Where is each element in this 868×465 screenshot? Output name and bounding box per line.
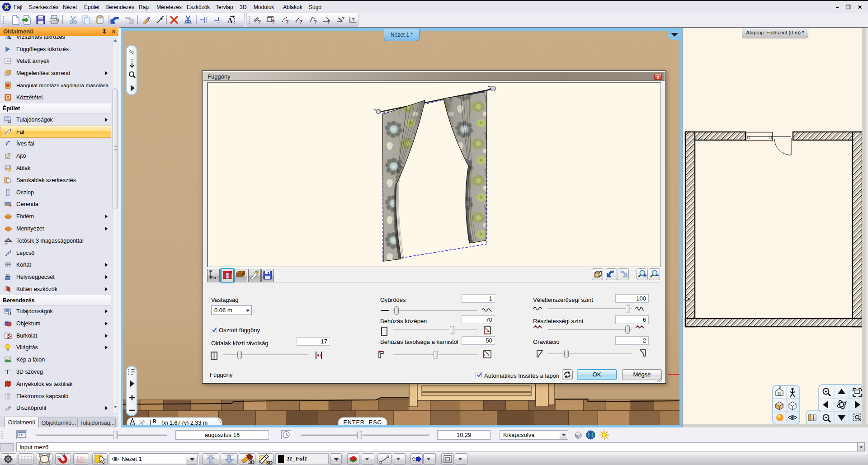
svg-text:3P: 3P — [5, 242, 8, 245]
svg-text:?: ? — [258, 19, 261, 24]
svg-text:T: T — [5, 369, 10, 376]
svg-text:(x) 1.67 (y) 2.33 m: (x) 1.67 (y) 2.33 m — [161, 420, 208, 425]
svg-text:?: ? — [272, 19, 275, 24]
svg-text:?: ? — [314, 19, 317, 24]
svg-text:?: ? — [286, 19, 289, 24]
svg-text:3D: 3D — [266, 460, 273, 465]
svg-text:R: R — [153, 418, 156, 424]
svg-text:?: ? — [327, 19, 330, 24]
svg-text:12: 12 — [7, 274, 9, 277]
svg-text:A: A — [227, 17, 233, 24]
svg-text:?: ? — [342, 16, 344, 21]
svg-text:?: ? — [299, 19, 302, 24]
svg-text:?: ? — [352, 17, 355, 22]
svg-text:3D: 3D — [248, 460, 255, 465]
